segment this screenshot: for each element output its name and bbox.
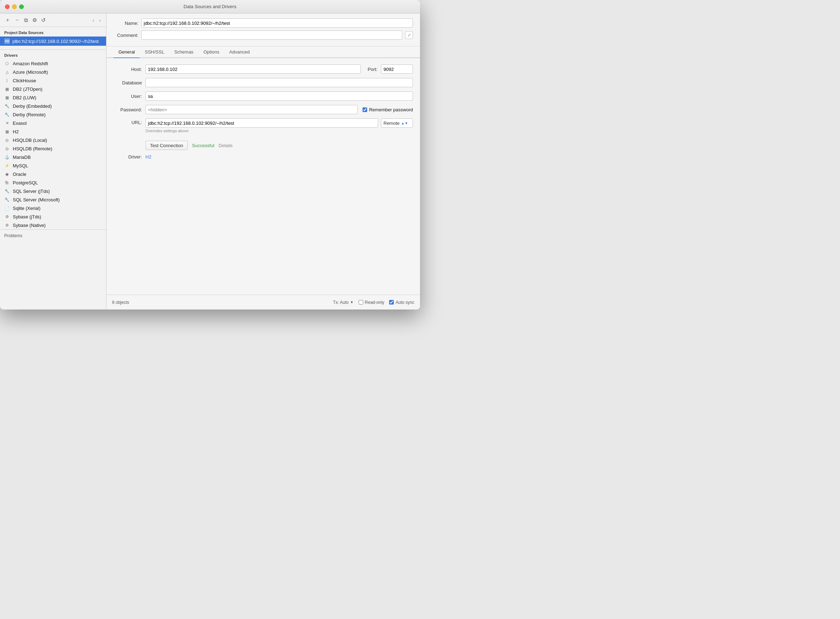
- forward-button[interactable]: ›: [97, 16, 103, 24]
- driver-item-sqlserver-microsoft[interactable]: 🔧 SQL Server (Microsoft): [0, 195, 106, 204]
- user-label: User:: [114, 94, 142, 99]
- driver-item-mysql[interactable]: ⚡ MySQL: [0, 161, 106, 170]
- remove-datasource-button[interactable]: －: [13, 16, 21, 24]
- tx-chevron-icon: ▼: [350, 300, 354, 304]
- content-area: Host: Port: Database User: Password:: [106, 58, 420, 295]
- sidebar: ＋ － ⧉ ⚙ ↺ ‹ › Project Data Sources H2 jd…: [0, 13, 106, 310]
- db2-jtopen-icon: ▦: [4, 86, 10, 92]
- driver-name: MariaDB: [13, 155, 31, 160]
- driver-item-derby-embedded[interactable]: 🔧 Derby (Embedded): [0, 102, 106, 110]
- name-row: Name:: [114, 18, 413, 28]
- drivers-section: Drivers ⬡ Amazon Redshift △ Azure (Micro…: [0, 49, 106, 229]
- test-connection-button[interactable]: Test Connection: [145, 141, 188, 150]
- name-input[interactable]: [141, 18, 413, 28]
- datasource-item[interactable]: H2 jdbc:h2:tcp://192.168.0.102:9092/~/h2…: [0, 36, 106, 46]
- tab-options[interactable]: Options: [198, 46, 224, 58]
- driver-item-hsqldb-local[interactable]: ◎ HSQLDB (Local): [0, 136, 106, 144]
- derby-embedded-icon: 🔧: [4, 103, 10, 109]
- driver-item-db2-luw[interactable]: ▦ DB2 (LUW): [0, 93, 106, 102]
- tab-general[interactable]: General: [114, 46, 140, 58]
- driver-item-hsqldb-remote[interactable]: ◎ HSQLDB (Remote): [0, 144, 106, 153]
- problems-label: Problems: [4, 233, 22, 238]
- database-input[interactable]: [145, 78, 413, 87]
- tab-ssh-ssl[interactable]: SSH/SSL: [140, 46, 169, 58]
- minimize-button[interactable]: [12, 4, 16, 9]
- driver-item-sybase-jtds[interactable]: ⚙ Sybase (jTds): [0, 212, 106, 221]
- sybase-jtds-icon: ⚙: [4, 214, 10, 220]
- duplicate-button[interactable]: ⧉: [23, 16, 30, 24]
- driver-name: DB2 (JTOpen): [13, 87, 43, 92]
- password-input[interactable]: [145, 105, 358, 114]
- readonly-label: Read-only: [359, 300, 385, 305]
- datasource-name: jdbc:h2:tcp://192.168.0.102:9092/~/h2/te…: [12, 39, 99, 44]
- url-input[interactable]: [145, 118, 378, 128]
- maximize-button[interactable]: [19, 4, 24, 9]
- autosync-checkbox[interactable]: [389, 300, 394, 305]
- driver-name: Sybase (jTds): [13, 214, 41, 220]
- driver-name: DB2 (LUW): [13, 95, 36, 100]
- driver-name: Oracle: [13, 172, 26, 177]
- driver-item-azure[interactable]: △ Azure (Microsoft): [0, 68, 106, 76]
- close-button[interactable]: [5, 4, 10, 9]
- comment-input[interactable]: [141, 30, 402, 40]
- driver-item-clickhouse[interactable]: ⦚ ClickHouse: [0, 76, 106, 85]
- driver-item-oracle[interactable]: ◉ Oracle: [0, 170, 106, 178]
- add-datasource-button[interactable]: ＋: [3, 16, 12, 24]
- comment-label: Comment:: [114, 33, 138, 38]
- remember-password-checkbox[interactable]: [362, 108, 367, 112]
- hsqldb-remote-icon: ◎: [4, 146, 10, 151]
- tab-advanced[interactable]: Advanced: [224, 46, 255, 58]
- tx-auto-dropdown[interactable]: Tx: Auto ▼: [333, 300, 354, 305]
- driver-row: Driver: H2: [114, 154, 413, 160]
- expand-comment-button[interactable]: ⤢: [405, 31, 413, 39]
- url-mode-value: Remote: [383, 121, 400, 126]
- user-input[interactable]: [145, 91, 413, 101]
- driver-link[interactable]: H2: [145, 154, 151, 160]
- driver-name: HSQLDB (Local): [13, 138, 47, 143]
- h2-icon: ▦: [4, 129, 10, 135]
- driver-item-sqlserver-jtds[interactable]: 🔧 SQL Server (jTds): [0, 187, 106, 195]
- sidebar-toolbar: ＋ － ⧉ ⚙ ↺ ‹ ›: [0, 13, 106, 27]
- driver-item-postgresql[interactable]: 🐘 PostgreSQL: [0, 178, 106, 187]
- settings-button[interactable]: ⚙: [31, 16, 38, 24]
- readonly-checkbox[interactable]: [359, 300, 363, 305]
- driver-name: MySQL: [13, 163, 28, 168]
- connection-header: Name: Comment: ⤢: [106, 13, 420, 46]
- driver-item-derby-remote[interactable]: 🔧 Derby (Remote): [0, 110, 106, 119]
- overrides-text: Overrides settings above: [145, 129, 413, 133]
- driver-name: H2: [13, 129, 19, 135]
- driver-name: ClickHouse: [13, 78, 36, 83]
- bottom-bar: 8 objects Tx: Auto ▼ Read-only Auto sync: [106, 295, 420, 310]
- driver-item-exasol[interactable]: ✕ Exasol: [0, 119, 106, 127]
- connection-status-success: Successful: [192, 143, 214, 148]
- dropdown-arrow-icon: ▲▼: [401, 121, 408, 125]
- driver-name: SQL Server (Microsoft): [13, 197, 60, 202]
- derby-remote-icon: 🔧: [4, 112, 10, 117]
- problems-section[interactable]: Problems: [0, 229, 106, 242]
- db2-luw-icon: ▦: [4, 95, 10, 100]
- driver-item-sqlite[interactable]: 📄 Sqlite (Xerial): [0, 204, 106, 212]
- driver-name: Amazon Redshift: [13, 61, 48, 66]
- database-label: Database: [114, 80, 142, 85]
- driver-item-db2-jtopen[interactable]: ▦ DB2 (JTOpen): [0, 85, 106, 93]
- driver-item-h2[interactable]: ▦ H2: [0, 127, 106, 136]
- hsqldb-local-icon: ◎: [4, 137, 10, 143]
- port-label: Port:: [368, 67, 377, 72]
- host-input[interactable]: [145, 64, 361, 74]
- traffic-lights[interactable]: [5, 4, 24, 9]
- connection-status-details[interactable]: Details: [219, 143, 233, 148]
- url-mode-dropdown[interactable]: Remote ▲▼: [381, 118, 413, 128]
- driver-item-amazon-redshift[interactable]: ⬡ Amazon Redshift: [0, 59, 106, 68]
- driver-item-mariadb[interactable]: ⚓ MariaDB: [0, 153, 106, 161]
- sqlserver-jtds-icon: 🔧: [4, 188, 10, 194]
- back-button[interactable]: ‹: [91, 16, 96, 24]
- tab-schemas[interactable]: Schemas: [169, 46, 198, 58]
- remember-password-label: Remember password: [362, 107, 413, 112]
- driver-name: Sqlite (Xerial): [13, 206, 40, 211]
- mariadb-icon: ⚓: [4, 154, 10, 160]
- driver-item-sybase-native[interactable]: ⚙ Sybase (Native): [0, 221, 106, 229]
- port-input[interactable]: [381, 64, 413, 74]
- refresh-button[interactable]: ↺: [40, 16, 47, 24]
- tabs-bar: General SSH/SSL Schemas Options Advanced: [106, 46, 420, 58]
- objects-count: 8 objects: [112, 300, 129, 305]
